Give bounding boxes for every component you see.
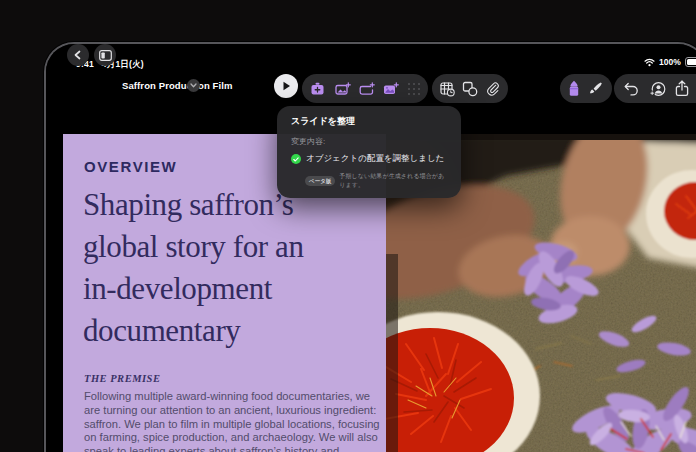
paperclip-icon bbox=[485, 81, 501, 97]
add-photo-button[interactable] bbox=[334, 81, 351, 97]
ipad-device-frame: 9:41 4月1日(火) 100% bbox=[44, 42, 696, 452]
actions-toolbar-group bbox=[614, 74, 696, 103]
table-chart-button[interactable] bbox=[439, 81, 455, 97]
wifi-icon bbox=[644, 58, 655, 67]
headline-line: Shaping saffron’s bbox=[83, 184, 304, 226]
title-menu-button[interactable] bbox=[187, 79, 200, 92]
draw-toolbar-group bbox=[560, 74, 612, 103]
shapes-button[interactable] bbox=[462, 81, 478, 97]
paintbrush-icon bbox=[588, 81, 604, 97]
back-button[interactable] bbox=[67, 44, 89, 66]
undo-button[interactable] bbox=[623, 81, 639, 96]
crayon-draw-button[interactable] bbox=[568, 80, 580, 97]
crayon-icon bbox=[568, 80, 580, 97]
premise-body: Following multiple award-winning food do… bbox=[84, 390, 386, 452]
undo-icon bbox=[623, 81, 639, 96]
premise-label: THE PREMISE bbox=[84, 373, 160, 384]
add-media-button[interactable] bbox=[382, 81, 399, 97]
headline-line: in-development bbox=[83, 268, 304, 310]
popup-changes-label: 変更内容: bbox=[291, 136, 447, 147]
organize-slides-popup: スライドを整理 変更内容: オブジェクトの配置を調整しました ベータ版 予期しな… bbox=[277, 106, 461, 198]
play-icon bbox=[282, 81, 291, 91]
slide-headline: Shaping saffron’s global story for an in… bbox=[83, 184, 304, 352]
document-title[interactable]: Saffron Production Film bbox=[122, 80, 233, 91]
screenshot-canvas: 9:41 4月1日(火) 100% bbox=[0, 0, 696, 452]
battery-icon bbox=[685, 57, 696, 67]
chevron-down-icon bbox=[190, 83, 197, 88]
play-button[interactable] bbox=[274, 74, 298, 98]
chevron-left-icon bbox=[73, 50, 83, 60]
headline-line: documentary bbox=[83, 310, 304, 352]
dots-grid-icon bbox=[407, 82, 421, 96]
checkmark-icon bbox=[291, 154, 301, 164]
ipad-screen: 9:41 4月1日(火) 100% bbox=[46, 44, 696, 452]
add-slide-icon bbox=[309, 81, 326, 97]
shapes-icon bbox=[462, 81, 478, 97]
insert-toolbar-group bbox=[302, 74, 428, 103]
table-chart-icon bbox=[439, 81, 455, 97]
headline-line: global story for an bbox=[83, 226, 304, 268]
collaborate-person-icon bbox=[649, 81, 666, 97]
popup-change-item: オブジェクトの配置を調整しました bbox=[306, 153, 444, 165]
add-media-icon bbox=[382, 81, 399, 97]
drag-handle[interactable] bbox=[407, 82, 421, 96]
beta-note: 予期しない結果が生成される場合があります。 bbox=[339, 172, 447, 190]
slide-eyebrow: OVERVIEW bbox=[84, 158, 177, 175]
objects-toolbar-group bbox=[432, 74, 508, 103]
add-slide-button[interactable] bbox=[309, 81, 326, 97]
battery-percent: 100% bbox=[659, 57, 681, 67]
collaborate-button[interactable] bbox=[649, 81, 666, 97]
share-button[interactable] bbox=[675, 80, 689, 97]
format-brush-button[interactable] bbox=[588, 81, 604, 97]
add-text-box-button[interactable] bbox=[358, 81, 375, 97]
add-text-box-icon bbox=[358, 81, 375, 97]
beta-badge: ベータ版 bbox=[305, 176, 335, 186]
attachment-button[interactable] bbox=[485, 81, 501, 97]
sidebar-layout-icon bbox=[99, 50, 112, 61]
status-bar-right: 100% bbox=[644, 57, 696, 67]
add-photo-icon bbox=[334, 81, 351, 97]
share-icon bbox=[675, 80, 689, 97]
popup-title: スライドを整理 bbox=[291, 115, 447, 128]
view-options-button[interactable] bbox=[94, 44, 116, 66]
